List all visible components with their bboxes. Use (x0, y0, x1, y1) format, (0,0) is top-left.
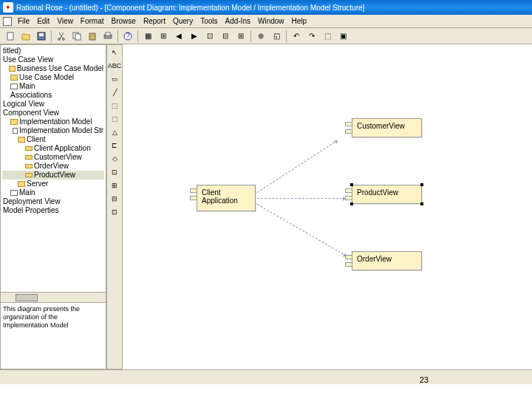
tree-item-label: Logical View (3, 100, 44, 109)
tree-scrollbar[interactable] (1, 292, 106, 302)
package-icon (13, 128, 18, 134)
help-button[interactable]: ? (120, 30, 135, 43)
tree-item[interactable]: Client (2, 135, 104, 144)
menu-view[interactable]: View (54, 16, 76, 26)
menu-file[interactable]: File (15, 16, 33, 26)
tree-item[interactable]: Use Case View (2, 55, 104, 64)
svg-rect-9 (106, 33, 110, 35)
tree-item[interactable]: Implementation Model Str (2, 126, 104, 135)
tree-item-label: Deployment View (3, 197, 61, 206)
folder-icon (9, 66, 16, 72)
dependency-arrow[interactable] (257, 198, 346, 199)
toolbox-tool-5[interactable]: ⬚ (108, 113, 121, 125)
component-icon (25, 164, 33, 168)
print-button[interactable] (100, 30, 115, 43)
menu-edit[interactable]: Edit (34, 16, 52, 26)
tree-item[interactable]: OrderView (2, 162, 104, 171)
tool-b-button[interactable]: ▣ (335, 30, 350, 43)
new-button[interactable] (3, 30, 18, 43)
view1-button[interactable]: ⊡ (202, 30, 217, 43)
dependency-arrow[interactable] (257, 204, 347, 256)
tree-item[interactable]: Main (2, 82, 104, 91)
tree-item[interactable]: Client Application (2, 144, 104, 153)
package-icon (10, 190, 18, 196)
open-button[interactable] (18, 30, 33, 43)
model-tree[interactable]: titled)Use Case ViewBusiness Use Case Mo… (1, 45, 106, 292)
copy-button[interactable] (69, 30, 84, 43)
toolbox-tool-10[interactable]: ⊞ (108, 180, 121, 191)
component-label: Client Application (202, 188, 238, 205)
tree-item-label: Use Case View (3, 55, 53, 64)
toolbox-tool-8[interactable]: ◇ (108, 153, 121, 165)
tree-item[interactable]: Associations (2, 91, 104, 100)
tree-item[interactable]: Component View (2, 109, 104, 117)
tool-a-button[interactable]: ⬚ (320, 30, 335, 43)
menu-browse[interactable]: Browse (109, 16, 139, 26)
browse-button[interactable]: ⊞ (156, 30, 171, 43)
undo-button[interactable]: ↶ (289, 30, 304, 43)
folder-icon (10, 75, 18, 81)
menu-query[interactable]: Query (170, 16, 196, 26)
toolbox-tool-0[interactable]: ↖ (108, 47, 121, 58)
tree-item-label: Main (19, 188, 35, 197)
tree-item[interactable]: Implementation Model (2, 117, 104, 126)
paste-button[interactable] (85, 30, 100, 43)
diagram-toolbox: ↖ABC▭╱⬚⬚△⊏◇⊡⊞⊟⊡ (106, 44, 123, 369)
menu-format[interactable]: Format (78, 16, 107, 26)
toolbox-tool-1[interactable]: ABC (108, 60, 121, 72)
toolbox-tool-6[interactable]: △ (108, 126, 121, 138)
menu-addins[interactable]: Add-Ins (222, 16, 253, 26)
component-icon (25, 155, 33, 160)
app-icon: ✦ (3, 2, 13, 13)
tree-item-label: CustomerView (34, 153, 82, 162)
model-browser: titled)Use Case ViewBusiness Use Case Mo… (0, 44, 106, 369)
nav-back-button[interactable]: ◀ (171, 30, 186, 43)
browse-class-button[interactable]: ▦ (140, 30, 155, 43)
window-title: Rational Rose - (untitled) - [Component … (16, 4, 364, 12)
tree-item[interactable]: Use Case Model (2, 73, 104, 82)
zoom-fit-button[interactable]: ◱ (269, 30, 284, 43)
component-order-view[interactable]: OrderView (352, 251, 422, 270)
tree-item[interactable]: Main (2, 188, 104, 197)
tree-item[interactable]: Deployment View (2, 197, 104, 206)
toolbox-tool-9[interactable]: ⊡ (108, 166, 121, 178)
dependency-arrow[interactable] (257, 140, 338, 193)
toolbox-tool-2[interactable]: ▭ (108, 73, 121, 85)
toolbox-tool-4[interactable]: ⬚ (108, 100, 121, 112)
toolbox-tool-12[interactable]: ⊡ (108, 206, 121, 218)
menu-window[interactable]: Window (255, 16, 287, 26)
tree-item-label: Implementation Model Str (19, 126, 103, 135)
tree-item[interactable]: titled) (2, 47, 104, 55)
documentation-pane[interactable]: This diagram presents the organization o… (1, 302, 106, 369)
tree-item-label: Associations (10, 91, 52, 100)
zoom-in-button[interactable]: ⊕ (253, 30, 268, 43)
tree-item[interactable]: Business Use Case Model (2, 64, 104, 73)
menu-help[interactable]: Help (289, 16, 310, 26)
tree-item-label: Client (27, 135, 46, 144)
diagram-canvas[interactable]: Client Application CustomerView ProductV… (123, 44, 532, 369)
component-icon (25, 173, 33, 177)
view3-button[interactable]: ⊞ (233, 30, 248, 43)
menu-report[interactable]: Report (140, 16, 168, 26)
save-button[interactable] (34, 30, 49, 43)
tree-item[interactable]: Server (2, 180, 104, 188)
tree-item[interactable]: ProductView (2, 171, 104, 180)
component-customer-view[interactable]: CustomerView (352, 118, 422, 137)
toolbox-tool-3[interactable]: ╱ (108, 86, 121, 98)
tree-item[interactable]: CustomerView (2, 153, 104, 162)
tree-item[interactable]: Model Properties (2, 206, 104, 215)
toolbox-tool-11[interactable]: ⊟ (108, 193, 121, 205)
tree-item-label: ProductView (34, 171, 75, 180)
main-toolbar: ? ▦ ⊞ ◀ ▶ ⊡ ⊟ ⊞ ⊕ ◱ ↶ ↷ ⬚ ▣ (0, 28, 532, 44)
component-label: OrderView (357, 255, 392, 263)
menu-tools[interactable]: Tools (197, 16, 220, 26)
redo-button[interactable]: ↷ (304, 30, 319, 43)
nav-fwd-button[interactable]: ▶ (187, 30, 202, 43)
tree-item[interactable]: Logical View (2, 100, 104, 109)
tree-item-label: Model Properties (3, 206, 59, 215)
component-product-view[interactable]: ProductView (352, 185, 422, 204)
cut-button[interactable] (54, 30, 69, 43)
component-client-application[interactable]: Client Application (197, 185, 256, 211)
toolbox-tool-7[interactable]: ⊏ (108, 140, 121, 151)
view2-button[interactable]: ⊟ (218, 30, 233, 43)
